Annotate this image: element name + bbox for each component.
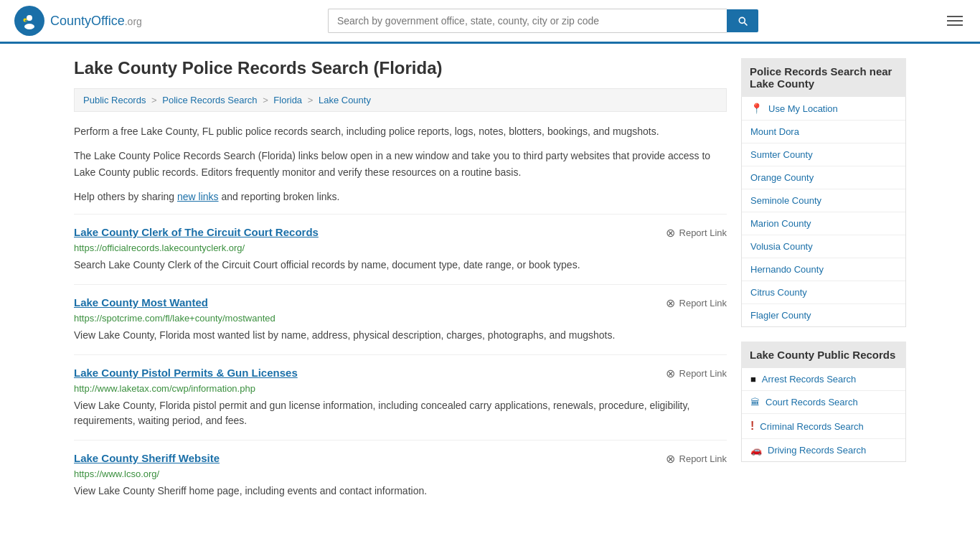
citrus-county-link[interactable]: Citrus County bbox=[750, 287, 807, 298]
desc3-pre: Help others by sharing bbox=[74, 191, 177, 202]
page-title: Lake County Police Records Search (Flori… bbox=[74, 58, 727, 78]
criminal-records-link[interactable]: Criminal Records Search bbox=[760, 421, 864, 432]
description-3: Help others by sharing new links and rep… bbox=[74, 189, 727, 204]
report-link-1[interactable]: ⊗ Report Link bbox=[666, 226, 727, 240]
result-header-2: Lake County Most Wanted ⊗ Report Link bbox=[74, 296, 727, 310]
result-header-1: Lake County Clerk of The Circuit Court R… bbox=[74, 226, 727, 240]
report-link-3[interactable]: ⊗ Report Link bbox=[666, 367, 727, 380]
report-label-3: Report Link bbox=[679, 368, 727, 379]
hernando-county-link[interactable]: Hernando County bbox=[750, 264, 824, 275]
seminole-county-link[interactable]: Seminole County bbox=[750, 195, 821, 206]
sidebar-item-hernando-county[interactable]: Hernando County bbox=[742, 258, 905, 281]
breadcrumb-sep-3: > bbox=[308, 95, 316, 105]
sidebar-item-citrus-county[interactable]: Citrus County bbox=[742, 281, 905, 304]
sidebar-public-records-list: ■ Arrest Records Search 🏛 Court Records … bbox=[741, 368, 906, 462]
breadcrumb-sep-2: > bbox=[263, 95, 270, 105]
result-desc-4: View Lake County Sheriff home page, incl… bbox=[74, 484, 727, 499]
sidebar-nearby-section: Police Records Search near Lake County 📍… bbox=[741, 58, 906, 327]
report-icon-4: ⊗ bbox=[666, 452, 675, 466]
court-records-link[interactable]: Court Records Search bbox=[765, 397, 858, 408]
location-pin-icon: 📍 bbox=[750, 103, 763, 114]
search-input[interactable] bbox=[328, 9, 727, 33]
result-item-3: Lake County Pistol Permits & Gun License… bbox=[74, 354, 727, 440]
result-item-1: Lake County Clerk of The Circuit Court R… bbox=[74, 214, 727, 284]
breadcrumb-public-records[interactable]: Public Records bbox=[83, 95, 146, 105]
sidebar-item-marion-county[interactable]: Marion County bbox=[742, 212, 905, 235]
mount-dora-link[interactable]: Mount Dora bbox=[750, 126, 799, 137]
sidebar: Police Records Search near Lake County 📍… bbox=[741, 58, 906, 510]
use-my-location-link[interactable]: Use My Location bbox=[768, 103, 838, 114]
sidebar-item-arrest-records[interactable]: ■ Arrest Records Search bbox=[742, 368, 905, 391]
report-icon-1: ⊗ bbox=[666, 226, 675, 240]
result-url-4: https://www.lcso.org/ bbox=[74, 468, 727, 479]
breadcrumb-sep-1: > bbox=[151, 95, 159, 105]
svg-point-1 bbox=[27, 15, 32, 21]
sidebar-nearby-list: 📍 Use My Location Mount Dora Sumter Coun… bbox=[741, 97, 906, 327]
desc3-post: and reporting broken links. bbox=[219, 191, 340, 202]
marion-county-link[interactable]: Marion County bbox=[750, 218, 811, 229]
court-records-icon: 🏛 bbox=[750, 397, 760, 408]
svg-point-2 bbox=[24, 24, 34, 29]
driving-records-icon: 🚗 bbox=[750, 445, 762, 456]
svg-text:★: ★ bbox=[24, 19, 27, 22]
result-url-3: http://www.laketax.com/cwp/information.p… bbox=[74, 383, 727, 394]
result-title-1[interactable]: Lake County Clerk of The Circuit Court R… bbox=[74, 226, 319, 238]
result-url-1: https://officialrecords.lakecountyclerk.… bbox=[74, 242, 727, 253]
sidebar-item-flagler-county[interactable]: Flagler County bbox=[742, 304, 905, 326]
flagler-county-link[interactable]: Flagler County bbox=[750, 310, 811, 321]
result-title-4[interactable]: Lake County Sheriff Website bbox=[74, 452, 220, 464]
logo-org: .org bbox=[125, 16, 142, 27]
description-1: Perform a free Lake County, FL public po… bbox=[74, 123, 727, 139]
sidebar-item-seminole-county[interactable]: Seminole County bbox=[742, 189, 905, 212]
sidebar-item-orange-county[interactable]: Orange County bbox=[742, 166, 905, 189]
result-desc-2: View Lake County, Florida most wanted li… bbox=[74, 328, 727, 343]
result-desc-1: Search Lake County Clerk of the Circuit … bbox=[74, 258, 727, 273]
search-area bbox=[328, 9, 758, 33]
sidebar-item-criminal-records[interactable]: ! Criminal Records Search bbox=[742, 414, 905, 439]
breadcrumb-police-records[interactable]: Police Records Search bbox=[162, 95, 257, 105]
logo-office: Office bbox=[91, 14, 125, 28]
menu-line-3 bbox=[947, 24, 963, 26]
sidebar-item-mount-dora[interactable]: Mount Dora bbox=[742, 121, 905, 143]
sidebar-item-volusia-county[interactable]: Volusia County bbox=[742, 235, 905, 258]
menu-line-1 bbox=[947, 16, 963, 17]
report-icon-3: ⊗ bbox=[666, 367, 675, 380]
result-title-3[interactable]: Lake County Pistol Permits & Gun License… bbox=[74, 367, 298, 379]
report-link-4[interactable]: ⊗ Report Link bbox=[666, 452, 727, 466]
content-area: Lake County Police Records Search (Flori… bbox=[74, 58, 727, 510]
sidebar-public-records-section: Lake County Public Records ■ Arrest Reco… bbox=[741, 342, 906, 462]
volusia-county-link[interactable]: Volusia County bbox=[750, 241, 813, 252]
arrest-records-icon: ■ bbox=[750, 374, 756, 385]
search-button[interactable] bbox=[727, 9, 758, 32]
report-icon-2: ⊗ bbox=[666, 296, 675, 310]
orange-county-link[interactable]: Orange County bbox=[750, 172, 814, 183]
sidebar-item-use-my-location[interactable]: 📍 Use My Location bbox=[742, 97, 905, 121]
sidebar-item-sumter-county[interactable]: Sumter County bbox=[742, 143, 905, 166]
sidebar-public-records-heading: Lake County Public Records bbox=[741, 342, 906, 368]
report-label-4: Report Link bbox=[679, 453, 727, 464]
breadcrumb: Public Records > Police Records Search >… bbox=[74, 88, 727, 112]
sidebar-item-court-records[interactable]: 🏛 Court Records Search bbox=[742, 391, 905, 414]
menu-button[interactable] bbox=[944, 13, 966, 29]
new-links-link[interactable]: new links bbox=[177, 191, 219, 202]
results-list: Lake County Clerk of The Circuit Court R… bbox=[74, 214, 727, 510]
report-link-2[interactable]: ⊗ Report Link bbox=[666, 296, 727, 310]
driving-records-link[interactable]: Driving Records Search bbox=[768, 445, 866, 456]
result-item-4: Lake County Sheriff Website ⊗ Report Lin… bbox=[74, 440, 727, 510]
result-header-3: Lake County Pistol Permits & Gun License… bbox=[74, 367, 727, 380]
sidebar-nearby-heading: Police Records Search near Lake County bbox=[741, 58, 906, 97]
logo-icon: ★ bbox=[14, 6, 44, 36]
sumter-county-link[interactable]: Sumter County bbox=[750, 149, 813, 160]
breadcrumb-florida[interactable]: Florida bbox=[273, 95, 302, 105]
main-container: Lake County Police Records Search (Flori… bbox=[60, 44, 920, 524]
report-label-1: Report Link bbox=[679, 227, 727, 238]
logo-area: ★ CountyOffice.org bbox=[14, 6, 142, 36]
sidebar-item-driving-records[interactable]: 🚗 Driving Records Search bbox=[742, 439, 905, 461]
criminal-records-icon: ! bbox=[750, 420, 754, 433]
breadcrumb-lake-county[interactable]: Lake County bbox=[319, 95, 371, 105]
arrest-records-link[interactable]: Arrest Records Search bbox=[762, 374, 857, 385]
result-desc-3: View Lake County, Florida pistol permit … bbox=[74, 398, 727, 428]
result-title-2[interactable]: Lake County Most Wanted bbox=[74, 296, 208, 309]
report-label-2: Report Link bbox=[679, 298, 727, 309]
menu-line-2 bbox=[947, 20, 963, 22]
